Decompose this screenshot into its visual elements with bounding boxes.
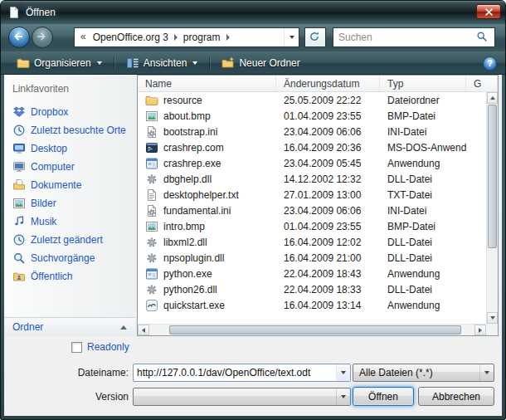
file-row-fundamental-ini[interactable]: fundamental.ini23.04.2009 06:06INI-Datei (138, 203, 486, 218)
file-name-cell: quickstart.exe (138, 299, 276, 312)
breadcrumb-overflow-button[interactable]: « (75, 31, 90, 44)
file-row-npsoplugin-dll[interactable]: npsoplugin.dll16.04.2009 21:00DLL-Datei (138, 250, 486, 266)
version-label: Version (4, 391, 129, 403)
cancel-button[interactable]: Abbrechen (418, 387, 494, 406)
breadcrumb-dropdown-button[interactable] (284, 28, 299, 46)
breadcrumb-item-program[interactable]: program (180, 32, 224, 43)
breadcrumb-chevron-icon[interactable] (226, 34, 230, 41)
sidebar-item-label: Bilder (31, 198, 56, 209)
organize-button[interactable]: Organisieren (9, 54, 109, 72)
file-row-bootstrap-ini[interactable]: bootstrap.ini23.04.2009 06:06INI-Datei (138, 124, 486, 139)
filename-input[interactable] (134, 367, 336, 378)
file-type: Dateiordner (380, 95, 466, 106)
scroll-up-button[interactable] (487, 92, 498, 104)
chevron-down-icon (341, 395, 346, 398)
file-row-resource[interactable]: resource25.05.2009 22:22Dateiordner (138, 92, 486, 108)
search-box[interactable] (333, 27, 495, 47)
sidebar-item-bilder[interactable]: Bilder (4, 194, 135, 212)
recent-places-icon (12, 124, 26, 137)
filename-label: Dateiname: (4, 367, 129, 378)
titlebar[interactable]: Öffnen (1, 1, 505, 24)
views-button[interactable]: Ansichten (119, 54, 206, 72)
file-type: TXT-Datei (380, 189, 466, 201)
horizontal-scrollbar-thumb[interactable] (169, 325, 461, 335)
scroll-down-button[interactable] (487, 312, 498, 324)
filename-dropdown-arrow[interactable] (336, 364, 350, 381)
file-name-cell: crashrep.exe (138, 157, 276, 170)
file-date: 22.04.2009 18:43 (276, 268, 380, 280)
file-row-python26-dll[interactable]: python26.dll22.04.2009 18:33DLL-Datei (138, 281, 486, 297)
help-button[interactable]: ? (483, 56, 497, 71)
filetype-combobox[interactable]: Alle Dateien (*.*) (353, 364, 494, 382)
column-header-label: G (474, 78, 481, 90)
search-icon[interactable] (476, 31, 489, 44)
quickstart-icon (145, 299, 158, 312)
file-type: BMP-Datei (380, 221, 466, 232)
file-row-quickstart-exe[interactable]: quickstart.exe16.04.2009 13:14Anwendung (138, 297, 486, 313)
back-button[interactable] (8, 27, 30, 48)
readonly-checkbox[interactable] (71, 342, 82, 353)
vertical-scrollbar[interactable] (486, 92, 498, 324)
forward-button[interactable] (32, 27, 53, 48)
column-header-type[interactable]: Typ (380, 76, 466, 91)
pictures-icon (12, 197, 26, 210)
open-button[interactable]: Öffnen (353, 387, 414, 406)
version-dropdown-arrow[interactable] (336, 388, 350, 405)
file-list-header: NameÄnderungsdatumTypG (138, 76, 498, 92)
filetype-dropdown-arrow[interactable] (479, 364, 494, 381)
file-row-libxml2-dll[interactable]: libxml2.dll16.04.2009 12:02DLL-Datei (138, 234, 486, 250)
public-icon (12, 270, 26, 283)
sidebar-item-suchvorgaenge[interactable]: Suchvorgänge (4, 249, 135, 267)
sidebar-item-dokumente[interactable]: Dokumente (4, 176, 135, 194)
file-name-cell: crashrep.com (138, 141, 276, 154)
file-date: 16.04.2009 20:36 (276, 142, 380, 154)
new-folder-button[interactable]: Neuer Ordner (214, 54, 307, 72)
sidebar-item-desktop[interactable]: Desktop (4, 139, 135, 158)
filename-combobox[interactable] (133, 364, 351, 382)
horizontal-scrollbar[interactable] (138, 324, 486, 335)
sidebar-item-oeffentlich[interactable]: Öffentlich (4, 267, 135, 286)
sidebar-item-computer[interactable]: Computer (4, 158, 135, 176)
file-row-about-bmp[interactable]: about.bmp01.04.2009 23:55BMP-Datei (138, 108, 486, 124)
breadcrumb-chevron-icon[interactable] (174, 34, 178, 41)
scroll-left-button[interactable] (138, 325, 149, 335)
dll-file-icon (145, 236, 158, 249)
settings-file-icon (145, 125, 158, 139)
sidebar-item-zuletzt-besuchte-orte[interactable]: Zuletzt besuchte Orte (4, 121, 135, 139)
organize-button-label: Organisieren (34, 57, 91, 69)
file-name-label: quickstart.exe (163, 300, 225, 311)
breadcrumb-bar[interactable]: « OpenOffice.org 3program (74, 27, 299, 47)
file-row-dbghelp-dll[interactable]: dbghelp.dll14.12.2002 12:32DLL-Datei (138, 171, 486, 187)
views-icon (126, 56, 139, 70)
sidebar-item-musik[interactable]: Musik (4, 212, 135, 231)
vertical-scrollbar-thumb[interactable] (488, 105, 497, 248)
column-header-name[interactable]: Name (138, 76, 276, 91)
file-row-crashrep-com[interactable]: crashrep.com16.04.2009 20:36MS-DOS-Anwen… (138, 139, 486, 155)
file-row-intro-bmp[interactable]: intro.bmp01.04.2009 23:55BMP-Datei (138, 218, 486, 234)
dll-file-icon (145, 283, 158, 296)
desktop-icon (12, 142, 26, 155)
sidebar-item-zuletzt-geaendert[interactable]: Zuletzt geändert (4, 231, 135, 249)
image-file-icon (145, 220, 158, 233)
sidebar-item-dropbox[interactable]: Dropbox (4, 103, 135, 121)
search-input[interactable] (338, 32, 476, 43)
readonly-label[interactable]: Readonly (87, 341, 129, 353)
scroll-right-button[interactable] (474, 325, 486, 335)
file-row-python-exe[interactable]: python.exe22.04.2009 18:43Anwendung (138, 266, 486, 281)
file-row-desktophelper-txt[interactable]: desktophelper.txt27.01.2009 13:00TXT-Dat… (138, 187, 486, 203)
file-type: Anwendung (380, 268, 466, 280)
close-button[interactable] (476, 4, 501, 19)
column-header-date-modified[interactable]: Änderungsdatum (276, 76, 380, 91)
version-combobox[interactable] (133, 388, 351, 406)
column-header-size[interactable]: G (466, 76, 498, 91)
breadcrumb-item-openoffice-org-3[interactable]: OpenOffice.org 3 (90, 32, 172, 43)
refresh-button[interactable] (304, 27, 326, 47)
file-name-label: npsoplugin.dll (163, 252, 224, 264)
file-row-crashrep-exe[interactable]: crashrep.exe23.04.2009 05:45Anwendung (138, 155, 486, 171)
folders-expander[interactable]: Ordner (4, 317, 135, 336)
sidebar-item-label: Öffentlich (31, 271, 72, 282)
application-icon (145, 157, 158, 170)
file-name-cell: libxml2.dll (138, 236, 276, 249)
arrow-left-icon (142, 328, 145, 333)
chevron-up-icon (120, 325, 127, 330)
